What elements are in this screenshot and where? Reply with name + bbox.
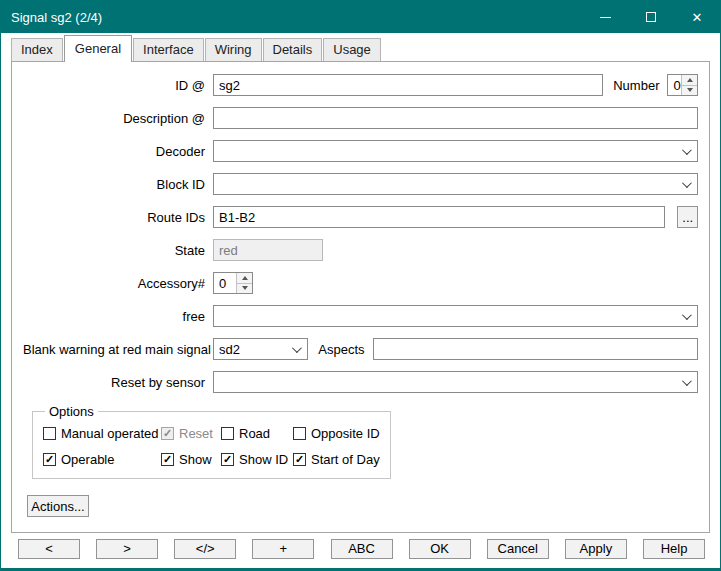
blank-warning-label: Blank warning at red main signal bbox=[23, 342, 213, 357]
checkbox-manual-operated[interactable]: Manual operated bbox=[43, 426, 161, 441]
accessory-label: Accessory# bbox=[23, 276, 213, 291]
decoder-row: Decoder bbox=[23, 140, 698, 162]
aspects-input[interactable] bbox=[373, 338, 698, 360]
blank-warning-select[interactable]: sd2 bbox=[213, 338, 308, 360]
decoder-label: Decoder bbox=[23, 144, 213, 159]
chevron-down-icon bbox=[292, 343, 302, 353]
state-row: State bbox=[23, 239, 698, 261]
free-row: free bbox=[23, 305, 698, 327]
checkbox-box: ✓ bbox=[293, 453, 306, 466]
number-stepper[interactable]: 0 bbox=[667, 74, 698, 96]
checkbox-label: Show bbox=[179, 452, 212, 467]
id-label: ID @ bbox=[23, 78, 213, 93]
xml-button[interactable]: </> bbox=[174, 539, 236, 559]
checkbox-box bbox=[293, 427, 306, 440]
chevron-down-icon bbox=[682, 310, 692, 320]
window-title: Signal sg2 (2/4) bbox=[11, 10, 102, 25]
blank-warning-row: Blank warning at red main signal sd2 Asp… bbox=[23, 338, 698, 360]
checkbox-box: ✓ bbox=[43, 453, 56, 466]
close-button[interactable]: ✕ bbox=[674, 1, 720, 33]
window-controls: ✕ bbox=[582, 1, 720, 33]
add-button[interactable]: + bbox=[252, 539, 314, 559]
tab-wiring[interactable]: Wiring bbox=[205, 38, 262, 61]
checkbox-show[interactable]: ✓ Show bbox=[161, 452, 221, 467]
number-stepper-buttons bbox=[681, 75, 697, 95]
chevron-down-icon bbox=[682, 145, 692, 155]
checkbox-box bbox=[221, 427, 234, 440]
stepper-down-icon[interactable] bbox=[682, 85, 697, 96]
id-row: ID @ Number 0 bbox=[23, 74, 698, 96]
state-label: State bbox=[23, 243, 213, 258]
checkbox-label: Operable bbox=[61, 452, 114, 467]
checkbox-label: Road bbox=[239, 426, 270, 441]
blank-warning-value: sd2 bbox=[219, 342, 240, 357]
ok-button[interactable]: OK bbox=[409, 539, 471, 559]
checkbox-box bbox=[43, 427, 56, 440]
accessory-row: Accessory# 0 bbox=[23, 272, 698, 294]
minimize-icon bbox=[600, 17, 611, 18]
accessory-value: 0 bbox=[214, 273, 236, 293]
reset-by-sensor-select[interactable] bbox=[213, 371, 698, 393]
maximize-icon bbox=[646, 12, 656, 22]
checkbox-box: ✓ bbox=[161, 427, 174, 440]
free-label: free bbox=[23, 309, 213, 324]
tab-index[interactable]: Index bbox=[11, 38, 63, 61]
accessory-stepper[interactable]: 0 bbox=[213, 272, 253, 294]
checkbox-opposite-id[interactable]: Opposite ID bbox=[293, 426, 380, 441]
chevron-down-icon bbox=[682, 376, 692, 386]
checkbox-reset: ✓ Reset bbox=[161, 426, 221, 441]
block-id-row: Block ID bbox=[23, 173, 698, 195]
description-label: Description @ bbox=[23, 111, 213, 126]
options-group-title: Options bbox=[45, 404, 98, 419]
signal-properties-dialog: Signal sg2 (2/4) ✕ Index General Interfa… bbox=[0, 0, 721, 571]
checkbox-box: ✓ bbox=[161, 453, 174, 466]
route-ids-input[interactable] bbox=[213, 206, 665, 228]
stepper-up-icon[interactable] bbox=[682, 75, 697, 85]
checkbox-label: Opposite ID bbox=[311, 426, 380, 441]
next-button[interactable]: > bbox=[96, 539, 158, 559]
description-row: Description @ bbox=[23, 107, 698, 129]
free-select[interactable] bbox=[213, 305, 698, 327]
checkbox-start-of-day[interactable]: ✓ Start of Day bbox=[293, 452, 380, 467]
checkbox-label: Reset bbox=[179, 426, 213, 441]
reset-by-sensor-label: Reset by sensor bbox=[23, 375, 213, 390]
route-ids-row: Route IDs ... bbox=[23, 206, 698, 228]
minimize-button[interactable] bbox=[582, 1, 628, 33]
id-input[interactable] bbox=[213, 74, 603, 96]
chevron-down-icon bbox=[682, 178, 692, 188]
tab-bar: Index General Interface Wiring Details U… bbox=[1, 33, 720, 61]
decoder-select[interactable] bbox=[213, 140, 698, 162]
checkbox-operable[interactable]: ✓ Operable bbox=[43, 452, 161, 467]
general-tab-panel: ID @ Number 0 Description @ Decoder bbox=[11, 61, 710, 533]
description-input[interactable] bbox=[213, 107, 698, 129]
tab-interface[interactable]: Interface bbox=[133, 38, 204, 61]
checkbox-show-id[interactable]: ✓ Show ID bbox=[221, 452, 293, 467]
help-button[interactable]: Help bbox=[643, 539, 705, 559]
checkbox-label: Start of Day bbox=[311, 452, 380, 467]
apply-button[interactable]: Apply bbox=[565, 539, 627, 559]
block-id-label: Block ID bbox=[23, 177, 213, 192]
abc-button[interactable]: ABC bbox=[331, 539, 393, 559]
options-group: Options Manual operated ✓ Reset Road Opp… bbox=[32, 404, 391, 479]
number-value: 0 bbox=[668, 75, 681, 95]
block-id-select[interactable] bbox=[213, 173, 698, 195]
actions-button[interactable]: Actions... bbox=[27, 495, 89, 517]
route-ids-label: Route IDs bbox=[23, 210, 213, 225]
aspects-label: Aspects bbox=[308, 342, 372, 357]
number-label: Number bbox=[603, 78, 667, 93]
stepper-down-icon[interactable] bbox=[237, 283, 252, 294]
route-ids-browse-button[interactable]: ... bbox=[677, 206, 698, 228]
checkbox-road[interactable]: Road bbox=[221, 426, 293, 441]
state-input bbox=[213, 239, 323, 261]
stepper-up-icon[interactable] bbox=[237, 273, 252, 283]
accessory-stepper-buttons bbox=[236, 273, 252, 293]
reset-by-sensor-row: Reset by sensor bbox=[23, 371, 698, 393]
bottom-button-bar: < > </> + ABC OK Cancel Apply Help bbox=[1, 533, 720, 568]
tab-usage[interactable]: Usage bbox=[323, 38, 381, 61]
tab-general[interactable]: General bbox=[64, 35, 132, 62]
cancel-button[interactable]: Cancel bbox=[487, 539, 549, 559]
maximize-button[interactable] bbox=[628, 1, 674, 33]
tab-details[interactable]: Details bbox=[263, 38, 323, 61]
titlebar[interactable]: Signal sg2 (2/4) ✕ bbox=[1, 1, 720, 33]
prev-button[interactable]: < bbox=[18, 539, 80, 559]
